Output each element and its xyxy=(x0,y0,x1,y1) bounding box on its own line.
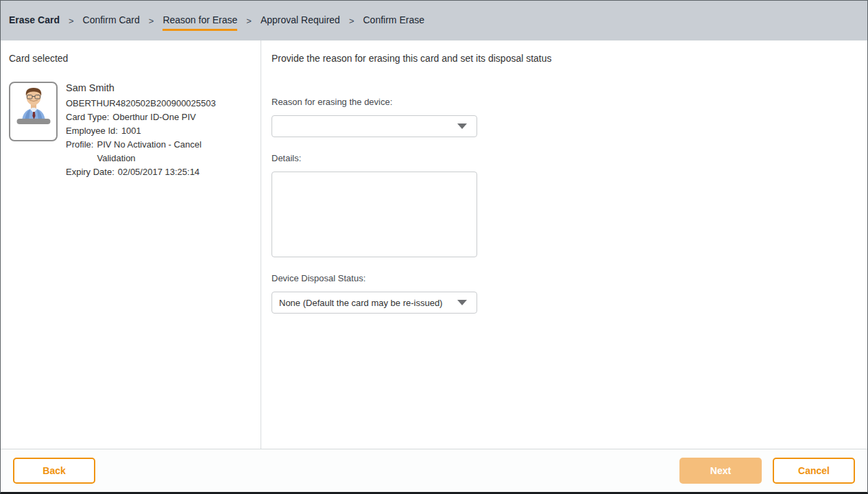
breadcrumb-item-confirm-card: Confirm Card xyxy=(83,14,140,31)
breadcrumb-item-approval-required: Approval Required xyxy=(261,14,340,31)
next-button[interactable]: Next xyxy=(679,458,762,484)
card-serial: OBERTHUR4820502B200900025503 xyxy=(66,97,216,110)
employee-id-label: Employee Id: xyxy=(66,124,118,138)
chevron-down-icon xyxy=(457,124,467,129)
breadcrumb-separator-icon: > xyxy=(69,16,74,30)
breadcrumb-item-reason-for-erase: Reason for Erase xyxy=(162,14,237,31)
cardholder-name: Sam Smith xyxy=(66,82,216,94)
erase-card-window: Erase Card > Confirm Card > Reason for E… xyxy=(0,0,868,494)
breadcrumb: Erase Card > Confirm Card > Reason for E… xyxy=(1,1,867,40)
back-button[interactable]: Back xyxy=(13,458,95,484)
card-name-bar xyxy=(16,119,50,124)
card-type-row: Card Type: Oberthur ID-One PIV xyxy=(66,110,216,124)
card-details: Sam Smith OBERTHUR4820502B200900025503 C… xyxy=(66,82,216,179)
reason-field-group: Reason for erasing the device: xyxy=(272,97,867,137)
cancel-button[interactable]: Cancel xyxy=(773,458,855,484)
breadcrumb-separator-icon: > xyxy=(149,16,154,30)
breadcrumb-item-confirm-erase: Confirm Erase xyxy=(363,14,424,31)
details-field-group: Details: xyxy=(272,153,867,257)
employee-id-row: Employee Id: 1001 xyxy=(66,124,216,138)
breadcrumb-separator-icon: > xyxy=(246,16,252,30)
chevron-down-icon xyxy=(457,300,467,305)
card-selected-panel: Card selected xyxy=(1,40,261,449)
breadcrumb-separator-icon: > xyxy=(349,16,354,30)
disposal-field-group: Device Disposal Status: None (Default th… xyxy=(272,273,867,314)
disposal-status-label: Device Disposal Status: xyxy=(272,273,867,283)
wizard-footer: Back Next Cancel xyxy=(1,449,867,492)
main-content: Card selected xyxy=(1,40,867,449)
reason-label: Reason for erasing the device: xyxy=(272,97,867,107)
expiry-label: Expiry Date: xyxy=(66,165,114,179)
card-type-value: Oberthur ID-One PIV xyxy=(112,110,195,124)
footer-right-buttons: Next Cancel xyxy=(679,458,855,484)
card-selected-title: Card selected xyxy=(9,53,252,64)
expiry-row: Expiry Date: 02/05/2017 13:25:14 xyxy=(66,165,216,179)
reason-form: Reason for erasing the device: Details: … xyxy=(272,97,867,314)
profile-label: Profile: xyxy=(66,138,93,165)
profile-row: Profile: PIV No Activation - Cancel Vali… xyxy=(66,138,216,165)
details-textarea[interactable] xyxy=(272,172,477,257)
disposal-status-value: None (Default the card may be re-issued) xyxy=(279,298,442,308)
card-serial-value: OBERTHUR4820502B200900025503 xyxy=(66,97,216,110)
employee-id-value: 1001 xyxy=(121,124,141,138)
disposal-status-dropdown[interactable]: None (Default the card may be re-issued) xyxy=(272,292,477,314)
expiry-value: 02/05/2017 13:25:14 xyxy=(118,165,200,179)
form-heading: Provide the reason for erasing this card… xyxy=(272,53,867,64)
card-holder-photo xyxy=(20,86,47,121)
card-type-label: Card Type: xyxy=(66,110,109,124)
selected-card-summary: Sam Smith OBERTHUR4820502B200900025503 C… xyxy=(9,82,252,179)
reason-form-panel: Provide the reason for erasing this card… xyxy=(261,40,867,449)
breadcrumb-item-erase-card: Erase Card xyxy=(9,14,60,31)
profile-value: PIV No Activation - Cancel Validation xyxy=(97,138,208,165)
reason-dropdown[interactable] xyxy=(272,115,477,137)
details-label: Details: xyxy=(272,153,867,163)
card-thumbnail xyxy=(9,82,58,141)
